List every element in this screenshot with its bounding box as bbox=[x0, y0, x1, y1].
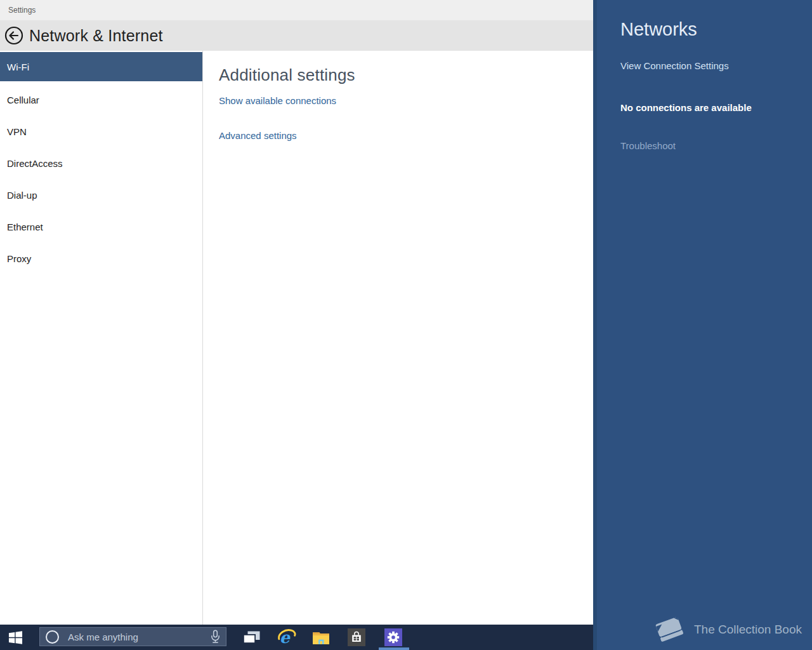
window-title: Settings bbox=[8, 6, 36, 15]
internet-explorer-icon: e bbox=[277, 628, 296, 647]
sidebar-item-proxy[interactable]: Proxy bbox=[0, 242, 202, 274]
sidebar-item-directaccess[interactable]: DirectAccess bbox=[0, 147, 202, 179]
settings-button[interactable] bbox=[379, 625, 407, 650]
watermark: The Collection Book bbox=[652, 614, 802, 645]
settings-sidebar: Wi-Fi Cellular VPN DirectAccess Dial-up … bbox=[0, 51, 203, 625]
task-view-icon bbox=[243, 631, 260, 644]
page-title: Network & Internet bbox=[29, 27, 163, 45]
task-view-button[interactable] bbox=[237, 625, 265, 650]
active-app-indicator bbox=[379, 647, 409, 650]
start-icon bbox=[8, 630, 23, 645]
search-input[interactable] bbox=[67, 631, 211, 643]
show-available-connections-link[interactable]: Show available connections bbox=[219, 95, 336, 106]
taskbar: e bbox=[0, 625, 593, 650]
sidebar-item-vpn[interactable]: VPN bbox=[0, 116, 202, 147]
back-button[interactable] bbox=[4, 25, 24, 46]
no-connections-status: No connections are available bbox=[620, 102, 752, 113]
book-icon bbox=[652, 614, 686, 645]
troubleshoot-link[interactable]: Troubleshoot bbox=[620, 140, 676, 151]
sidebar-item-cellular[interactable]: Cellular bbox=[0, 84, 202, 116]
store-button[interactable] bbox=[343, 625, 370, 650]
cortana-circle-icon bbox=[46, 630, 59, 644]
section-heading: Additional settings bbox=[219, 65, 355, 85]
sidebar-item-ethernet[interactable]: Ethernet bbox=[0, 211, 202, 242]
main-content: Additional settings Show available conne… bbox=[204, 51, 593, 625]
networks-panel-title: Networks bbox=[620, 19, 697, 40]
settings-gear-icon bbox=[384, 628, 402, 646]
watermark-text: The Collection Book bbox=[694, 623, 802, 637]
file-explorer-button[interactable] bbox=[307, 625, 335, 650]
file-explorer-icon bbox=[312, 630, 330, 646]
sidebar-item-dialup[interactable]: Dial-up bbox=[0, 179, 202, 211]
back-arrow-icon bbox=[4, 25, 24, 46]
store-icon bbox=[348, 628, 365, 646]
start-button[interactable] bbox=[0, 625, 30, 650]
window-titlebar: Settings bbox=[0, 0, 593, 20]
page-header: Network & Internet bbox=[0, 20, 593, 51]
settings-app-window: Settings Network & Internet Wi-Fi Cellul… bbox=[0, 0, 812, 650]
advanced-settings-link[interactable]: Advanced settings bbox=[219, 130, 297, 141]
networks-panel: Networks View Connection Settings No con… bbox=[593, 0, 812, 650]
internet-explorer-button[interactable]: e bbox=[273, 625, 301, 650]
view-connection-settings-link[interactable]: View Connection Settings bbox=[620, 60, 729, 71]
sidebar-item-wifi[interactable]: Wi-Fi bbox=[0, 52, 202, 81]
search-box[interactable] bbox=[39, 627, 226, 646]
microphone-icon[interactable] bbox=[211, 630, 220, 644]
